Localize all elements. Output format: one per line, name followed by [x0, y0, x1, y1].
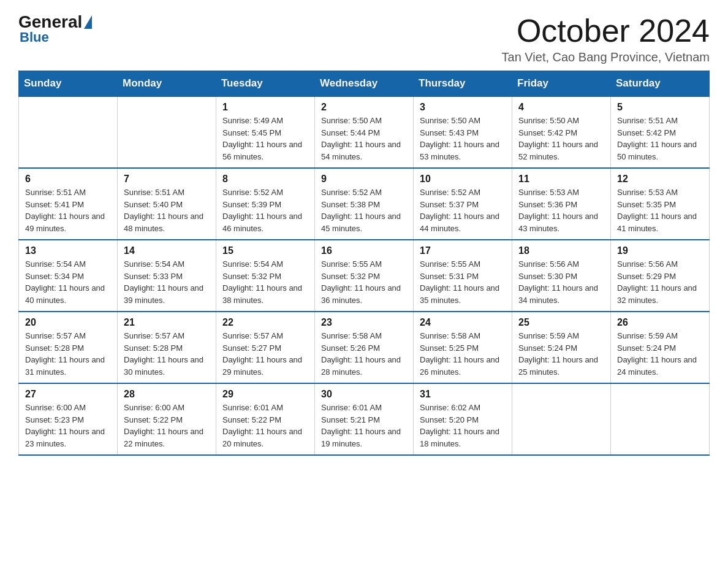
day-number: 25 [518, 317, 604, 328]
calendar-cell: 22Sunrise: 5:57 AMSunset: 5:27 PMDayligh… [216, 312, 315, 383]
calendar-cell: 15Sunrise: 5:54 AMSunset: 5:32 PMDayligh… [216, 240, 315, 312]
day-info: Sunrise: 5:49 AMSunset: 5:45 PMDaylight:… [222, 115, 308, 163]
weekday-header-monday: Monday [118, 71, 216, 97]
day-number: 1 [222, 102, 308, 113]
day-info: Sunrise: 5:54 AMSunset: 5:32 PMDaylight:… [222, 258, 308, 306]
calendar-cell: 24Sunrise: 5:58 AMSunset: 5:25 PMDayligh… [414, 312, 512, 383]
logo-arrow-icon [84, 15, 92, 29]
weekday-header-sunday: Sunday [19, 71, 118, 97]
calendar-cell: 8Sunrise: 5:52 AMSunset: 5:39 PMDaylight… [216, 168, 315, 240]
day-number: 16 [321, 245, 407, 256]
calendar-cell: 20Sunrise: 5:57 AMSunset: 5:28 PMDayligh… [19, 312, 118, 383]
weekday-header-row: SundayMondayTuesdayWednesdayThursdayFrid… [19, 71, 710, 97]
day-info: Sunrise: 5:51 AMSunset: 5:42 PMDaylight:… [617, 115, 703, 163]
calendar-cell: 30Sunrise: 6:01 AMSunset: 5:21 PMDayligh… [315, 383, 414, 455]
day-info: Sunrise: 5:56 AMSunset: 5:29 PMDaylight:… [617, 258, 703, 306]
day-info: Sunrise: 5:53 AMSunset: 5:35 PMDaylight:… [617, 186, 703, 234]
day-number: 19 [617, 245, 703, 256]
calendar-cell [512, 383, 611, 455]
day-number: 11 [518, 174, 604, 185]
calendar-cell: 4Sunrise: 5:50 AMSunset: 5:42 PMDaylight… [512, 96, 611, 168]
day-number: 23 [321, 317, 407, 328]
weekday-header-tuesday: Tuesday [216, 71, 315, 97]
calendar-cell: 26Sunrise: 5:59 AMSunset: 5:24 PMDayligh… [611, 312, 710, 383]
calendar-cell [611, 383, 710, 455]
calendar-cell: 17Sunrise: 5:55 AMSunset: 5:31 PMDayligh… [414, 240, 512, 312]
day-number: 18 [518, 245, 604, 256]
day-number: 7 [124, 174, 210, 185]
weekday-header-friday: Friday [512, 71, 611, 97]
day-info: Sunrise: 5:51 AMSunset: 5:41 PMDaylight:… [25, 186, 111, 234]
calendar-cell: 3Sunrise: 5:50 AMSunset: 5:43 PMDaylight… [414, 96, 512, 168]
calendar-cell: 21Sunrise: 5:57 AMSunset: 5:28 PMDayligh… [118, 312, 216, 383]
page-header: General Blue October 2024 Tan Viet, Cao … [18, 12, 710, 64]
day-info: Sunrise: 5:52 AMSunset: 5:38 PMDaylight:… [321, 186, 407, 234]
day-info: Sunrise: 5:54 AMSunset: 5:34 PMDaylight:… [25, 258, 111, 306]
calendar-cell: 5Sunrise: 5:51 AMSunset: 5:42 PMDaylight… [611, 96, 710, 168]
day-info: Sunrise: 5:53 AMSunset: 5:36 PMDaylight:… [518, 186, 604, 234]
day-info: Sunrise: 5:55 AMSunset: 5:31 PMDaylight:… [420, 258, 506, 306]
calendar-cell: 9Sunrise: 5:52 AMSunset: 5:38 PMDaylight… [315, 168, 414, 240]
calendar-table: SundayMondayTuesdayWednesdayThursdayFrid… [18, 71, 710, 456]
day-number: 22 [222, 317, 308, 328]
calendar-cell: 16Sunrise: 5:55 AMSunset: 5:32 PMDayligh… [315, 240, 414, 312]
day-info: Sunrise: 5:57 AMSunset: 5:27 PMDaylight:… [222, 330, 308, 378]
day-info: Sunrise: 5:55 AMSunset: 5:32 PMDaylight:… [321, 258, 407, 306]
calendar-cell: 10Sunrise: 5:52 AMSunset: 5:37 PMDayligh… [414, 168, 512, 240]
day-number: 29 [222, 389, 308, 400]
calendar-cell: 19Sunrise: 5:56 AMSunset: 5:29 PMDayligh… [611, 240, 710, 312]
calendar-cell: 12Sunrise: 5:53 AMSunset: 5:35 PMDayligh… [611, 168, 710, 240]
calendar-cell: 25Sunrise: 5:59 AMSunset: 5:24 PMDayligh… [512, 312, 611, 383]
week-row-4: 20Sunrise: 5:57 AMSunset: 5:28 PMDayligh… [19, 312, 710, 383]
weekday-header-saturday: Saturday [611, 71, 710, 97]
day-info: Sunrise: 6:02 AMSunset: 5:20 PMDaylight:… [420, 402, 506, 450]
day-info: Sunrise: 5:51 AMSunset: 5:40 PMDaylight:… [124, 186, 210, 234]
day-info: Sunrise: 5:57 AMSunset: 5:28 PMDaylight:… [124, 330, 210, 378]
day-number: 20 [25, 317, 111, 328]
day-info: Sunrise: 5:56 AMSunset: 5:30 PMDaylight:… [518, 258, 604, 306]
day-number: 15 [222, 245, 308, 256]
calendar-cell: 11Sunrise: 5:53 AMSunset: 5:36 PMDayligh… [512, 168, 611, 240]
calendar-subtitle: Tan Viet, Cao Bang Province, Vietnam [502, 50, 710, 64]
day-number: 31 [420, 389, 506, 400]
calendar-cell: 27Sunrise: 6:00 AMSunset: 5:23 PMDayligh… [19, 383, 118, 455]
day-info: Sunrise: 5:50 AMSunset: 5:44 PMDaylight:… [321, 115, 407, 163]
week-row-3: 13Sunrise: 5:54 AMSunset: 5:34 PMDayligh… [19, 240, 710, 312]
day-info: Sunrise: 5:50 AMSunset: 5:42 PMDaylight:… [518, 115, 604, 163]
day-info: Sunrise: 5:58 AMSunset: 5:26 PMDaylight:… [321, 330, 407, 378]
day-info: Sunrise: 5:59 AMSunset: 5:24 PMDaylight:… [518, 330, 604, 378]
day-info: Sunrise: 5:54 AMSunset: 5:33 PMDaylight:… [124, 258, 210, 306]
calendar-cell: 29Sunrise: 6:01 AMSunset: 5:22 PMDayligh… [216, 383, 315, 455]
calendar-cell: 28Sunrise: 6:00 AMSunset: 5:22 PMDayligh… [118, 383, 216, 455]
day-info: Sunrise: 6:01 AMSunset: 5:22 PMDaylight:… [222, 402, 308, 450]
day-number: 5 [617, 102, 703, 113]
calendar-cell [19, 96, 118, 168]
title-block: October 2024 Tan Viet, Cao Bang Province… [502, 12, 710, 64]
day-number: 6 [25, 174, 111, 185]
calendar-cell: 18Sunrise: 5:56 AMSunset: 5:30 PMDayligh… [512, 240, 611, 312]
day-number: 14 [124, 245, 210, 256]
day-number: 8 [222, 174, 308, 185]
day-number: 21 [124, 317, 210, 328]
day-number: 27 [25, 389, 111, 400]
day-number: 2 [321, 102, 407, 113]
calendar-cell: 13Sunrise: 5:54 AMSunset: 5:34 PMDayligh… [19, 240, 118, 312]
logo-blue-text: Blue [20, 29, 49, 45]
calendar-cell: 1Sunrise: 5:49 AMSunset: 5:45 PMDaylight… [216, 96, 315, 168]
calendar-cell: 7Sunrise: 5:51 AMSunset: 5:40 PMDaylight… [118, 168, 216, 240]
day-number: 26 [617, 317, 703, 328]
day-number: 24 [420, 317, 506, 328]
day-number: 3 [420, 102, 506, 113]
day-info: Sunrise: 5:50 AMSunset: 5:43 PMDaylight:… [420, 115, 506, 163]
day-info: Sunrise: 5:52 AMSunset: 5:39 PMDaylight:… [222, 186, 308, 234]
day-number: 10 [420, 174, 506, 185]
day-info: Sunrise: 5:58 AMSunset: 5:25 PMDaylight:… [420, 330, 506, 378]
day-number: 30 [321, 389, 407, 400]
day-number: 12 [617, 174, 703, 185]
day-info: Sunrise: 5:52 AMSunset: 5:37 PMDaylight:… [420, 186, 506, 234]
calendar-title: October 2024 [502, 12, 710, 49]
day-info: Sunrise: 5:57 AMSunset: 5:28 PMDaylight:… [25, 330, 111, 378]
calendar-cell: 14Sunrise: 5:54 AMSunset: 5:33 PMDayligh… [118, 240, 216, 312]
calendar-cell [118, 96, 216, 168]
calendar-cell: 2Sunrise: 5:50 AMSunset: 5:44 PMDaylight… [315, 96, 414, 168]
